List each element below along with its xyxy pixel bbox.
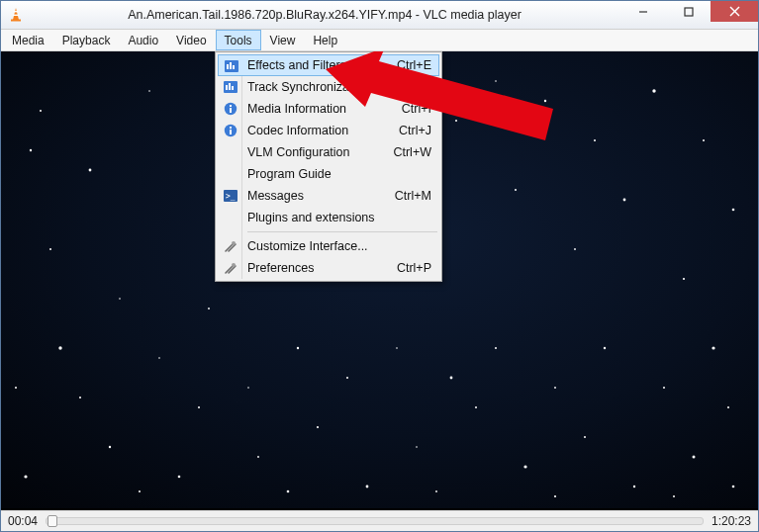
menuitem-effects-and-filters[interactable]: Effects and Filters Ctrl+E <box>218 54 439 76</box>
menuitem-label: VLM Configuration <box>247 145 393 159</box>
svg-point-14 <box>24 475 27 478</box>
svg-rect-63 <box>230 62 232 69</box>
time-total[interactable]: 1:20:23 <box>712 514 751 528</box>
seek-thumb[interactable] <box>47 515 57 527</box>
menuitem-label: Media Information <box>247 102 402 116</box>
svg-point-24 <box>633 486 635 488</box>
blank-icon <box>222 165 239 183</box>
svg-point-60 <box>208 308 210 310</box>
info-icon <box>222 122 239 139</box>
svg-point-82 <box>232 263 236 267</box>
menuitem-shortcut: Ctrl+I <box>402 102 431 116</box>
svg-rect-3 <box>11 20 21 22</box>
menuitem-label: Customize Interface... <box>247 239 431 253</box>
window-title: An.American.Tail.1986.720p.BluRay.x264.Y… <box>30 8 619 22</box>
svg-point-27 <box>712 346 714 349</box>
info-icon <box>222 100 239 118</box>
time-elapsed[interactable]: 00:04 <box>8 514 38 528</box>
svg-point-43 <box>30 149 32 151</box>
svg-point-22 <box>523 465 526 468</box>
tools-icon <box>222 237 239 255</box>
svg-rect-2 <box>13 15 19 16</box>
menuitem-shortcut: Ctrl+M <box>395 189 431 203</box>
menuitem-track-synchronization[interactable]: Track Synchronization <box>218 76 439 98</box>
menuitem-program-guide[interactable]: Program Guide <box>218 163 439 185</box>
svg-point-26 <box>727 406 729 408</box>
svg-point-49 <box>396 347 398 349</box>
svg-point-28 <box>683 278 685 280</box>
menu-video[interactable]: Video <box>167 30 215 50</box>
svg-point-30 <box>703 139 705 141</box>
svg-point-54 <box>287 490 290 493</box>
menu-audio[interactable]: Audio <box>119 30 167 50</box>
menuitem-shortcut: Ctrl+E <box>397 58 431 72</box>
svg-rect-71 <box>230 105 232 107</box>
menu-media[interactable]: Media <box>3 30 53 50</box>
maximize-button[interactable] <box>665 1 711 22</box>
svg-rect-70 <box>230 108 232 113</box>
menu-view[interactable]: View <box>261 30 305 50</box>
menuitem-messages[interactable]: >_ Messages Ctrl+M <box>218 185 439 207</box>
svg-point-57 <box>673 495 675 497</box>
svg-rect-5 <box>685 8 693 16</box>
menuitem-label: Messages <box>247 189 395 203</box>
svg-point-34 <box>495 80 497 82</box>
svg-point-33 <box>544 100 546 102</box>
svg-point-18 <box>317 426 319 428</box>
minimize-button[interactable] <box>619 1 665 22</box>
svg-point-45 <box>604 347 606 349</box>
seekbar: 00:04 1:20:23 <box>1 510 758 531</box>
menuitem-media-information[interactable]: Media Information Ctrl+I <box>218 98 439 120</box>
svg-point-52 <box>247 387 249 389</box>
menuitem-label: Track Synchronization <box>247 80 431 94</box>
menuitem-shortcut: Ctrl+J <box>399 124 431 137</box>
svg-rect-1 <box>14 11 19 12</box>
svg-point-29 <box>732 209 735 212</box>
svg-rect-74 <box>230 127 232 129</box>
terminal-icon: >_ <box>222 187 239 205</box>
menuitem-shortcut: Ctrl+P <box>397 261 431 275</box>
menu-tools[interactable]: Tools <box>216 30 261 50</box>
svg-point-48 <box>450 377 453 380</box>
menuitem-preferences[interactable]: Preferences Ctrl+P <box>218 257 439 279</box>
svg-point-42 <box>158 357 160 359</box>
titlebar: An.American.Tail.1986.720p.BluRay.x264.Y… <box>1 1 758 30</box>
svg-rect-66 <box>226 85 228 90</box>
menuitem-codec-information[interactable]: Codec Information Ctrl+J <box>218 120 439 141</box>
svg-rect-62 <box>227 64 229 69</box>
svg-point-38 <box>623 199 626 202</box>
menuitem-customize-interface[interactable]: Customize Interface... <box>218 235 439 257</box>
svg-point-10 <box>89 169 92 172</box>
svg-point-9 <box>40 110 42 112</box>
equalizer-icon <box>222 78 239 96</box>
blank-icon <box>222 143 239 161</box>
svg-point-20 <box>416 446 418 448</box>
equalizer-icon <box>223 57 240 75</box>
svg-point-50 <box>346 377 348 379</box>
svg-point-51 <box>297 347 299 349</box>
svg-rect-67 <box>229 83 231 90</box>
close-button[interactable] <box>711 1 758 22</box>
svg-rect-64 <box>233 65 235 69</box>
menu-help[interactable]: Help <box>304 30 346 50</box>
menuitem-plugins-and-extensions[interactable]: Plugins and extensions <box>218 207 439 228</box>
seek-track[interactable] <box>46 517 704 525</box>
svg-point-25 <box>693 456 696 459</box>
svg-point-53 <box>139 490 141 492</box>
svg-point-15 <box>198 406 200 408</box>
tools-dropdown: Effects and Filters Ctrl+E Track Synchro… <box>215 51 442 282</box>
svg-text:>_: >_ <box>226 192 236 201</box>
svg-point-23 <box>584 436 586 438</box>
menu-playback[interactable]: Playback <box>53 30 120 50</box>
svg-point-39 <box>49 248 51 250</box>
menuitem-vlm-configuration[interactable]: VLM Configuration Ctrl+W <box>218 141 439 163</box>
video-area[interactable]: Effects and Filters Ctrl+E Track Synchro… <box>1 51 758 510</box>
svg-marker-0 <box>13 8 19 20</box>
svg-rect-73 <box>230 130 232 134</box>
svg-point-19 <box>366 486 369 488</box>
vlc-cone-icon <box>8 7 24 23</box>
svg-point-17 <box>257 456 259 458</box>
svg-point-79 <box>232 241 236 245</box>
menuitem-label: Codec Information <box>247 124 399 137</box>
svg-point-35 <box>455 120 457 122</box>
